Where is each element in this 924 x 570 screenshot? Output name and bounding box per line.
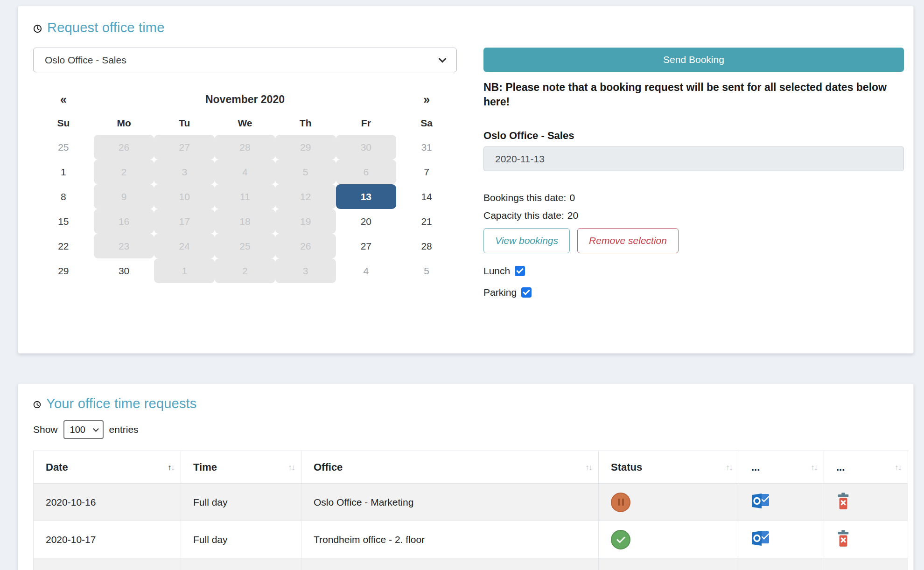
lunch-checkbox[interactable] xyxy=(515,266,525,276)
cell-date: 2020-10-16 xyxy=(34,484,181,521)
sort-icon: ↑↓ xyxy=(811,462,817,472)
cell-office: Trondheim office - 2. floor xyxy=(301,521,599,558)
dow-mo: Mo xyxy=(94,111,154,135)
clock-icon xyxy=(33,24,42,33)
parking-label: Parking xyxy=(483,287,517,298)
date-stats: Bookings this date: 0 Capacity this date… xyxy=(483,189,904,224)
calendar-day: 28 xyxy=(215,135,275,160)
view-bookings-button[interactable]: View bookings xyxy=(483,228,570,253)
page-title: Request office time xyxy=(47,20,165,35)
sort-icon: ↑↓ xyxy=(288,462,294,472)
calendar-day: 24 xyxy=(154,234,215,258)
calendar-day[interactable]: 30 xyxy=(94,258,154,283)
calendar-month-title[interactable]: November 2020 xyxy=(94,87,397,111)
calendar-day: 30 xyxy=(336,135,397,160)
column-header-office[interactable]: Office ↑↓ xyxy=(301,451,599,484)
selected-office-label: Oslo Office - Sales xyxy=(483,130,904,142)
calendar-day: 2 xyxy=(215,258,275,283)
sort-icon: ↑↓ xyxy=(726,462,732,472)
entries-control: Show 100 entries xyxy=(33,420,907,439)
calendar-day[interactable]: 27 xyxy=(336,234,397,258)
calendar-day[interactable]: 21 xyxy=(396,209,457,234)
dow-fr: Fr xyxy=(336,111,397,135)
calendar-day[interactable]: 28 xyxy=(396,234,457,258)
calendar-day: 1 xyxy=(154,258,215,283)
calendar-day[interactable]: 7 xyxy=(396,160,457,184)
request-office-time-card: Request office time Oslo Office - Sales … xyxy=(18,6,914,354)
show-label: Show xyxy=(33,424,58,435)
calendar-day-selected[interactable]: 13 xyxy=(336,184,397,209)
calendar-day: 31 xyxy=(396,135,457,160)
calendar-day: 16 xyxy=(94,209,154,234)
calendar-day[interactable]: 14 xyxy=(396,184,457,209)
calendar-day: 18 xyxy=(215,209,275,234)
table-row-partial xyxy=(34,558,908,570)
entries-select[interactable]: 100 xyxy=(63,420,104,439)
cell-date: 2020-10-17 xyxy=(34,521,181,558)
column-header-delete[interactable]: ... ↑↓ xyxy=(824,451,908,484)
bookings-count: 0 xyxy=(569,192,575,203)
calendar-day[interactable]: 22 xyxy=(33,234,94,258)
dow-su: Su xyxy=(33,111,94,135)
office-time-requests-card: Your office time requests Show 100 entri… xyxy=(18,383,914,570)
send-booking-button[interactable]: Send Booking xyxy=(483,48,904,72)
calendar-day: 12 xyxy=(275,184,336,209)
nb-note: NB: Please note that a booking request w… xyxy=(483,80,904,109)
office-select-value: Oslo Office - Sales xyxy=(45,55,440,66)
status-pending-icon xyxy=(611,493,630,512)
calendar-day[interactable]: 8 xyxy=(33,184,94,209)
calendar-day: 25 xyxy=(33,135,94,160)
calendar-day: 25 xyxy=(215,234,275,258)
cell-time: Full day xyxy=(181,484,301,521)
dow-th: Th xyxy=(275,111,336,135)
request-card-header: Request office time xyxy=(33,20,904,35)
outlook-email-icon[interactable] xyxy=(751,493,770,512)
entries-label: entries xyxy=(109,424,139,435)
calendar-day: 26 xyxy=(275,234,336,258)
calendar-day: 6 xyxy=(336,160,397,184)
chevron-down-icon xyxy=(93,426,99,432)
column-header-email[interactable]: ... ↑↓ xyxy=(739,451,824,484)
clock-icon xyxy=(33,401,41,409)
calendar-day: 5 xyxy=(396,258,457,283)
column-header-date[interactable]: Date ↑↓ xyxy=(34,451,181,484)
calendar-day[interactable]: 15 xyxy=(33,209,94,234)
booking-right-column: Send Booking NB: Please note that a book… xyxy=(483,48,904,300)
requests-table: Date ↑↓ Time ↑↓ Office ↑↓ Status ↑↓ ... … xyxy=(33,451,908,570)
calendar-day[interactable]: 1 xyxy=(33,160,94,184)
sort-icon: ↑↓ xyxy=(168,462,174,472)
cell-office: Oslo Office - Marketing xyxy=(301,484,599,521)
calendar-day: 27 xyxy=(154,135,215,160)
office-select[interactable]: Oslo Office - Sales xyxy=(33,48,457,72)
calendar-next-button[interactable]: » xyxy=(396,87,457,111)
selected-date-input[interactable]: 2020-11-13 xyxy=(483,146,904,171)
outlook-email-icon[interactable] xyxy=(751,530,770,549)
calendar-day-headers: Su Mo Tu We Th Fr Sa xyxy=(33,111,457,135)
column-header-status[interactable]: Status ↑↓ xyxy=(599,451,739,484)
sort-icon: ↑↓ xyxy=(585,462,592,472)
calendar-day[interactable]: 29 xyxy=(33,258,94,283)
status-approved-icon xyxy=(611,530,630,549)
column-header-time[interactable]: Time ↑↓ xyxy=(181,451,301,484)
cell-time: Full day xyxy=(181,521,301,558)
calendar-day: 23 xyxy=(94,234,154,258)
capacity-count: 20 xyxy=(567,210,578,221)
trash-icon[interactable] xyxy=(836,530,850,549)
calendar-prev-button[interactable]: « xyxy=(33,87,94,111)
sort-icon: ↑↓ xyxy=(895,462,901,472)
table-header-row: Date ↑↓ Time ↑↓ Office ↑↓ Status ↑↓ ... … xyxy=(34,451,908,484)
chevron-down-icon xyxy=(439,55,447,63)
calendar-day: 19 xyxy=(275,209,336,234)
calendar-day: 17 xyxy=(154,209,215,234)
parking-checkbox[interactable] xyxy=(521,287,532,298)
calendar-day: 3 xyxy=(154,160,215,184)
trash-icon[interactable] xyxy=(836,493,850,512)
calendar-day: 10 xyxy=(154,184,215,209)
calendar-day: 29 xyxy=(275,135,336,160)
bookings-label: Bookings this date: xyxy=(483,192,566,203)
calendar-day: 3 xyxy=(275,258,336,283)
calendar-day[interactable]: 20 xyxy=(336,209,397,234)
lunch-label: Lunch xyxy=(483,265,510,277)
requests-title: Your office time requests xyxy=(46,396,197,411)
remove-selection-button[interactable]: Remove selection xyxy=(577,228,679,253)
